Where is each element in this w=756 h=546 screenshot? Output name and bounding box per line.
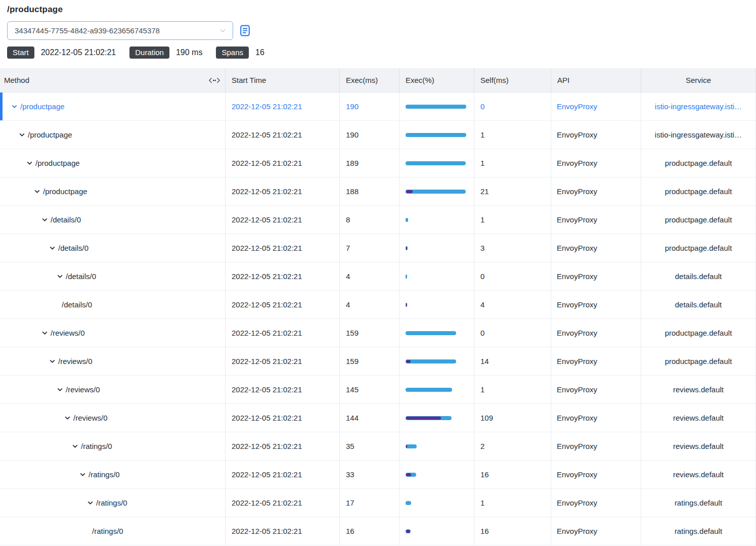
self-ms-cell: 16 [474, 517, 551, 545]
collapse-chevron-icon[interactable] [41, 216, 48, 223]
service-cell: productpage.default [641, 347, 756, 375]
collapse-chevron-icon[interactable] [26, 160, 33, 166]
collapse-chevron-icon[interactable] [79, 471, 86, 478]
span-row[interactable]: /productpage2022-12-05 21:02:211891Envoy… [0, 149, 756, 177]
spans-value: 16 [255, 48, 264, 57]
api-cell: EnvoyProxy [551, 262, 641, 290]
start-badge: Start [7, 47, 34, 59]
self-time-bar [406, 417, 441, 420]
exec-ms-cell: 8 [340, 206, 399, 234]
collapse-chevron-icon[interactable] [57, 273, 63, 280]
span-row[interactable]: /details/02022-12-05 21:02:2181EnvoyProx… [0, 206, 756, 234]
exec-pct-cell [399, 432, 474, 460]
self-ms-cell: 4 [474, 291, 551, 318]
column-label-method: Method [4, 76, 29, 84]
span-table-header: MethodStart TimeExec(ms)Exec(%)Self(ms)A… [0, 68, 756, 93]
self-ms-cell: 0 [474, 262, 551, 290]
column-label-exec-ms: Exec(ms) [346, 76, 378, 84]
spans-badge: Spans [216, 47, 249, 59]
column-header-exec-pct: Exec(%) [399, 68, 474, 92]
service-cell: istio-ingressgateway.isti… [641, 93, 756, 120]
self-time-bar [406, 473, 411, 476]
copy-list-icon [239, 24, 251, 37]
exec-pct-bar [406, 275, 407, 279]
method-cell: /reviews/0 [0, 376, 226, 403]
span-row[interactable]: /details/02022-12-05 21:02:2140EnvoyProx… [0, 262, 756, 291]
collapse-chevron-icon[interactable] [19, 131, 25, 138]
chevron-down-icon [219, 27, 227, 34]
span-table-body: /productpage2022-12-05 21:02:211900Envoy… [0, 93, 756, 545]
span-row[interactable]: /reviews/02022-12-05 21:02:2115914EnvoyP… [0, 347, 756, 376]
trace-id-select[interactable]: 34347445-7755-4842-a939-623656745378 [7, 21, 233, 40]
copy-trace-id-button[interactable] [238, 24, 252, 38]
collapse-chevron-icon[interactable] [49, 245, 56, 251]
start-time-cell: 2022-12-05 21:02:21 [226, 347, 340, 375]
start-time-cell: 2022-12-05 21:02:21 [226, 319, 340, 347]
exec-ms-cell: 188 [340, 177, 399, 205]
column-header-exec-ms: Exec(ms) [340, 68, 399, 92]
collapse-chevron-icon[interactable] [57, 386, 63, 393]
exec-pct-bar [406, 190, 466, 194]
self-time-bar [406, 303, 407, 306]
service-cell: reviews.default [641, 432, 756, 460]
method-cell: /ratings/0 [0, 432, 226, 460]
method-label: /ratings/0 [88, 470, 120, 479]
method-label: /productpage [20, 102, 65, 111]
api-cell: EnvoyProxy [551, 177, 641, 205]
column-resize-icon[interactable] [209, 77, 220, 83]
self-time-bar [406, 190, 413, 193]
column-header-start-time: Start Time [226, 68, 340, 92]
exec-pct-cell [399, 291, 474, 318]
start-time-cell: 2022-12-05 21:02:21 [226, 93, 340, 120]
column-label-service: Service [686, 76, 711, 84]
span-row[interactable]: /ratings/02022-12-05 21:02:21171EnvoyPro… [0, 489, 756, 517]
span-row[interactable]: /ratings/02022-12-05 21:02:213316EnvoyPr… [0, 461, 756, 489]
method-label: /productpage [35, 159, 80, 167]
collapse-chevron-icon[interactable] [64, 415, 71, 421]
self-time-bar [406, 445, 407, 448]
span-row[interactable]: /reviews/02022-12-05 21:02:211590EnvoyPr… [0, 319, 756, 347]
exec-pct-bar [406, 218, 408, 222]
span-row[interactable]: /productpage2022-12-05 21:02:211901Envoy… [0, 121, 756, 149]
exec-ms-cell: 190 [340, 121, 399, 149]
column-label-api: API [557, 76, 569, 84]
start-value: 2022-12-05 21:02:21 [41, 48, 116, 57]
trace-id-value: 34347445-7755-4842-a939-623656745378 [15, 26, 160, 35]
exec-pct-bar [406, 359, 456, 363]
span-row[interactable]: /ratings/02022-12-05 21:02:21352EnvoyPro… [0, 432, 756, 461]
span-row[interactable]: /productpage2022-12-05 21:02:2118821Envo… [0, 177, 756, 206]
self-ms-cell: 14 [474, 347, 551, 375]
start-time-cell: 2022-12-05 21:02:21 [226, 206, 340, 234]
collapse-chevron-icon[interactable] [49, 358, 56, 365]
method-label: /details/0 [51, 215, 81, 224]
service-cell: productpage.default [641, 177, 756, 205]
exec-pct-bar [406, 501, 411, 505]
api-cell: EnvoyProxy [551, 432, 641, 460]
exec-pct-cell [399, 234, 474, 262]
start-time-cell: 2022-12-05 21:02:21 [226, 291, 340, 318]
span-row[interactable]: /reviews/02022-12-05 21:02:211451EnvoyPr… [0, 376, 756, 404]
span-row[interactable]: /details/02022-12-05 21:02:2144EnvoyProx… [0, 291, 756, 319]
span-row[interactable]: /details/02022-12-05 21:02:2173EnvoyProx… [0, 234, 756, 262]
collapse-chevron-icon[interactable] [87, 499, 94, 506]
self-ms-cell: 1 [474, 149, 551, 177]
start-time-cell: 2022-12-05 21:02:21 [226, 517, 340, 545]
method-cell: /reviews/0 [0, 319, 226, 347]
exec-pct-cell [399, 93, 474, 120]
column-label-self-ms: Self(ms) [480, 76, 509, 84]
start-time-cell: 2022-12-05 21:02:21 [226, 177, 340, 205]
span-row[interactable]: /reviews/02022-12-05 21:02:21144109Envoy… [0, 404, 756, 432]
collapse-chevron-icon[interactable] [34, 188, 40, 195]
collapse-chevron-icon[interactable] [11, 103, 18, 110]
collapse-chevron-icon[interactable] [41, 330, 48, 336]
span-row[interactable]: /productpage2022-12-05 21:02:211900Envoy… [0, 93, 756, 121]
span-row[interactable]: /ratings/02022-12-05 21:02:211616EnvoyPr… [0, 517, 756, 545]
column-header-service: Service [641, 68, 756, 92]
method-label: /details/0 [66, 272, 96, 281]
collapse-chevron-icon[interactable] [72, 443, 78, 449]
method-cell: /details/0 [0, 234, 226, 262]
method-cell: /productpage [0, 121, 226, 149]
method-cell: /ratings/0 [0, 489, 226, 517]
api-cell: EnvoyProxy [551, 376, 641, 403]
method-label: /ratings/0 [96, 498, 127, 507]
